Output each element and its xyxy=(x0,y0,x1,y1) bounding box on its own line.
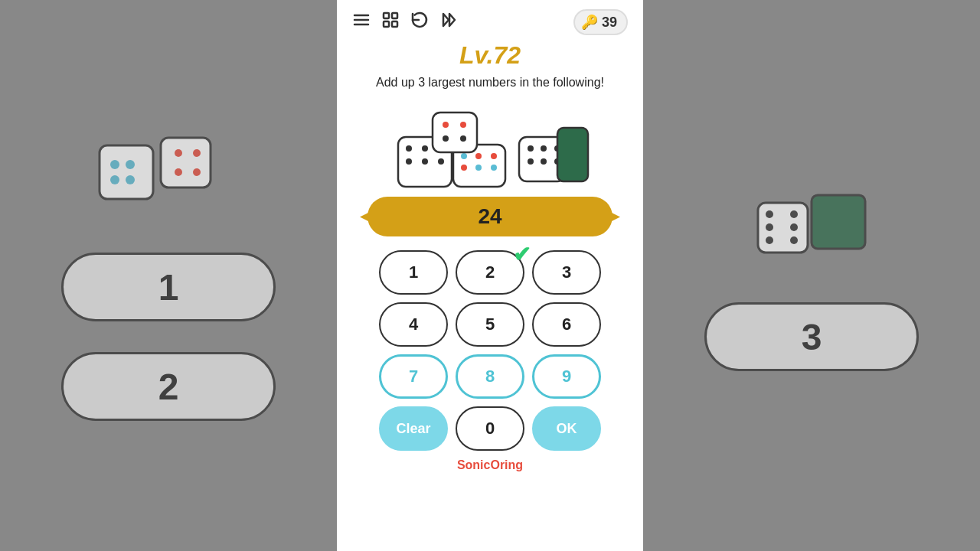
num-btn-7[interactable]: 7 xyxy=(379,354,448,399)
fast-forward-icon[interactable] xyxy=(439,11,458,34)
svg-point-37 xyxy=(491,153,497,159)
num-btn-0[interactable]: 0 xyxy=(456,406,524,451)
undo-icon[interactable] xyxy=(410,11,429,34)
num-btn-4[interactable]: 4 xyxy=(379,302,448,347)
dice-illustration xyxy=(390,106,590,191)
svg-point-36 xyxy=(475,153,482,159)
toolbar: 🔑 39 xyxy=(352,9,628,35)
bg-right-panel: 3 xyxy=(643,0,980,551)
svg-point-45 xyxy=(460,135,466,142)
svg-rect-21 xyxy=(384,13,389,18)
svg-point-17 xyxy=(790,236,798,244)
svg-point-33 xyxy=(438,158,444,165)
svg-rect-24 xyxy=(392,21,397,27)
svg-point-44 xyxy=(443,135,449,142)
menu-icon[interactable] xyxy=(352,11,371,34)
toolbar-icons xyxy=(352,11,458,34)
grid-icon[interactable] xyxy=(381,11,400,34)
number-grid: 1 2 ✔ 3 4 5 6 7 8 9 xyxy=(379,250,601,399)
svg-point-40 xyxy=(491,165,497,171)
svg-point-51 xyxy=(541,158,547,165)
checkmark-icon: ✔ xyxy=(513,244,531,266)
num-btn-8[interactable]: 8 xyxy=(456,354,524,399)
svg-marker-25 xyxy=(443,14,449,26)
svg-point-9 xyxy=(193,168,201,176)
instruction-text: Add up 3 largest numbers in the followin… xyxy=(376,74,604,91)
action-row: Clear 0 OK xyxy=(379,406,601,451)
svg-marker-26 xyxy=(449,14,455,26)
key-icon: 🔑 xyxy=(581,14,598,31)
num-btn-1[interactable]: 1 xyxy=(379,250,448,295)
num-btn-5[interactable]: 5 xyxy=(456,302,524,347)
svg-point-12 xyxy=(766,210,773,218)
svg-point-1 xyxy=(110,160,119,169)
svg-point-7 xyxy=(193,149,201,157)
svg-point-29 xyxy=(422,145,428,152)
svg-rect-11 xyxy=(758,203,808,253)
num-btn-6[interactable]: 6 xyxy=(532,302,601,347)
dice-area xyxy=(352,99,628,191)
num-btn-3[interactable]: 3 xyxy=(532,250,601,295)
key-badge[interactable]: 🔑 39 xyxy=(573,9,628,35)
bg-pill-2: 2 xyxy=(61,352,276,421)
num-btn-9[interactable]: 9 xyxy=(532,354,601,399)
key-count: 39 xyxy=(602,15,617,31)
svg-point-28 xyxy=(406,145,412,152)
svg-point-8 xyxy=(175,168,182,176)
svg-rect-53 xyxy=(557,128,588,181)
svg-point-47 xyxy=(528,145,534,152)
svg-point-4 xyxy=(126,175,135,184)
bg-right-illustration xyxy=(750,180,873,272)
svg-point-6 xyxy=(175,149,182,157)
svg-point-32 xyxy=(422,158,428,165)
svg-point-2 xyxy=(126,160,135,169)
num-btn-2[interactable]: 2 ✔ xyxy=(456,250,524,295)
bg-pill-3: 3 xyxy=(704,302,919,371)
ok-button[interactable]: OK xyxy=(532,406,601,451)
svg-point-48 xyxy=(541,145,547,152)
brand-label: SonicOring xyxy=(457,458,523,472)
answer-value: 24 xyxy=(478,204,501,228)
svg-point-16 xyxy=(766,236,773,244)
svg-point-14 xyxy=(766,223,773,231)
svg-point-50 xyxy=(528,158,534,165)
svg-point-42 xyxy=(443,122,449,128)
svg-rect-5 xyxy=(161,138,211,187)
svg-point-15 xyxy=(790,223,798,231)
svg-point-43 xyxy=(460,122,466,128)
main-panel: 🔑 39 Lv.72 Add up 3 largest numbers in t… xyxy=(337,0,643,551)
svg-point-31 xyxy=(406,158,412,165)
svg-point-35 xyxy=(461,153,467,159)
answer-box: 24 xyxy=(368,197,612,236)
svg-rect-10 xyxy=(812,195,865,249)
svg-rect-0 xyxy=(100,145,153,199)
bg-left-panel: 1 2 xyxy=(0,0,337,551)
svg-point-13 xyxy=(790,210,798,218)
clear-button[interactable]: Clear xyxy=(379,406,448,451)
svg-rect-22 xyxy=(392,13,397,18)
svg-point-39 xyxy=(475,165,482,171)
svg-point-38 xyxy=(461,165,467,171)
bg-pill-1: 1 xyxy=(61,253,276,321)
bg-dice-illustration xyxy=(92,130,245,222)
svg-rect-23 xyxy=(384,21,389,27)
svg-point-3 xyxy=(110,175,119,184)
svg-rect-41 xyxy=(433,112,477,152)
level-title: Lv.72 xyxy=(459,41,521,70)
